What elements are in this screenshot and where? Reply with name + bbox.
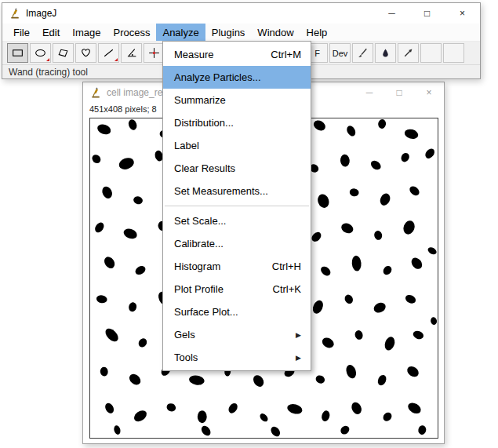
imagej-logo-icon [9,8,21,20]
toolbar-right-group: F Dev >> [307,43,498,63]
polygon-tool-button[interactable] [53,43,74,63]
menu-item-shortcut: Ctrl+K [273,283,301,295]
polygon-icon [56,46,70,60]
menubar-item-image[interactable]: Image [66,24,107,41]
menu-item-measure[interactable]: MeasureCtrl+M [163,43,311,66]
menu-item-label: Distribution... [174,117,301,129]
menu-item-calibrate[interactable]: Calibrate... [163,232,311,255]
image-window-icon [90,87,102,99]
menu-item-label: Tools [174,351,283,363]
menu-item-label: Set Measurements... [174,185,301,197]
menubar-item-edit[interactable]: Edit [36,24,66,41]
arrow-icon [402,46,415,60]
menubar-item-plugins[interactable]: Plugins [205,24,252,41]
menu-item-set-scale[interactable]: Set Scale... [163,209,311,232]
menubar-item-file[interactable]: File [7,24,36,41]
menubar-item-process[interactable]: Process [107,24,157,41]
angle-icon [125,46,138,60]
image-minimize-button[interactable]: ─ [354,82,384,103]
menu-item-label: Analyze Particles... [174,71,301,83]
menu-item-label: Label [174,140,301,151]
menu-item-plot-profile[interactable]: Plot ProfileCtrl+K [163,278,311,300]
menu-item-label: Summarize [174,94,301,106]
menu-item-summarize[interactable]: Summarize [163,89,311,111]
oval-icon [34,46,47,60]
window-title: ImageJ [26,8,56,19]
menu-item-label[interactable]: Label [163,134,311,157]
image-window-controls: ─ □ × [354,82,444,103]
menu-separator [165,206,309,206]
menu-item-label: Set Scale... [174,215,301,227]
submenu-arrow-icon: ▶ [296,331,301,339]
droplet-icon [379,46,392,60]
empty-tool-slot[interactable] [443,43,464,63]
analyze-menu: MeasureCtrl+MAnalyze Particles...Summari… [162,41,311,371]
point-tool-button[interactable] [144,43,165,63]
menu-item-label: Calibrate... [174,238,301,249]
menu-item-surface-plot[interactable]: Surface Plot... [163,300,311,323]
arrow-tool-button[interactable] [398,43,419,63]
oval-tool-button[interactable] [30,43,51,63]
menu-item-label: Surface Plot... [174,306,301,318]
rectangle-icon [11,46,24,60]
desktop: ImageJ ─ □ × FileEditImageProcessAnalyze… [0,0,498,448]
flood-fill-tool-button[interactable] [375,43,396,63]
menu-item-gels[interactable]: Gels▶ [163,323,311,346]
menubar-item-analyze[interactable]: Analyze [156,24,205,41]
menu-item-shortcut: Ctrl+H [272,260,301,272]
menu-item-label: Gels [174,329,283,341]
developer-menu-tool-button[interactable]: Dev [329,43,351,63]
freehand-tool-button[interactable] [75,43,96,63]
menu-item-label: Measure [174,49,258,60]
menubar-item-help[interactable]: Help [300,24,334,41]
maximize-button[interactable]: □ [409,3,445,24]
submenu-arrow-icon: ▶ [296,354,301,362]
imagej-titlebar: ImageJ ─ □ × [2,3,480,24]
angle-tool-button[interactable] [121,43,142,63]
line-icon [102,46,115,60]
brush-tool-button[interactable] [352,43,373,63]
menu-item-shortcut: Ctrl+M [271,49,301,60]
menu-item-histogram[interactable]: HistogramCtrl+H [163,255,311,278]
menu-item-tools[interactable]: Tools▶ [163,346,311,369]
menubar-item-window[interactable]: Window [251,24,300,41]
menu-item-label: Histogram [174,260,260,272]
toolbar-left-group [7,43,165,63]
line-tool-button[interactable] [98,43,119,63]
menu-item-distribution[interactable]: Distribution... [163,111,311,134]
window-controls: ─ □ × [374,3,480,24]
menu-bar: FileEditImageProcessAnalyzePluginsWindow… [2,24,480,42]
rectangle-tool-button[interactable] [7,43,28,63]
freehand-icon [79,46,93,60]
point-icon [147,46,161,60]
menu-item-clear-results[interactable]: Clear Results [163,157,311,180]
brush-icon [356,46,369,60]
menu-item-set-measurements[interactable]: Set Measurements... [163,180,311,202]
close-button[interactable]: × [445,3,480,24]
menu-item-label: Clear Results [174,162,301,174]
image-maximize-button[interactable]: □ [384,82,414,103]
image-close-button[interactable]: × [414,82,444,103]
empty-tool-slot[interactable] [420,43,442,63]
menu-item-label: Plot Profile [174,283,260,295]
minimize-button[interactable]: ─ [374,3,409,24]
menu-item-analyze-particles[interactable]: Analyze Particles... [163,66,311,89]
